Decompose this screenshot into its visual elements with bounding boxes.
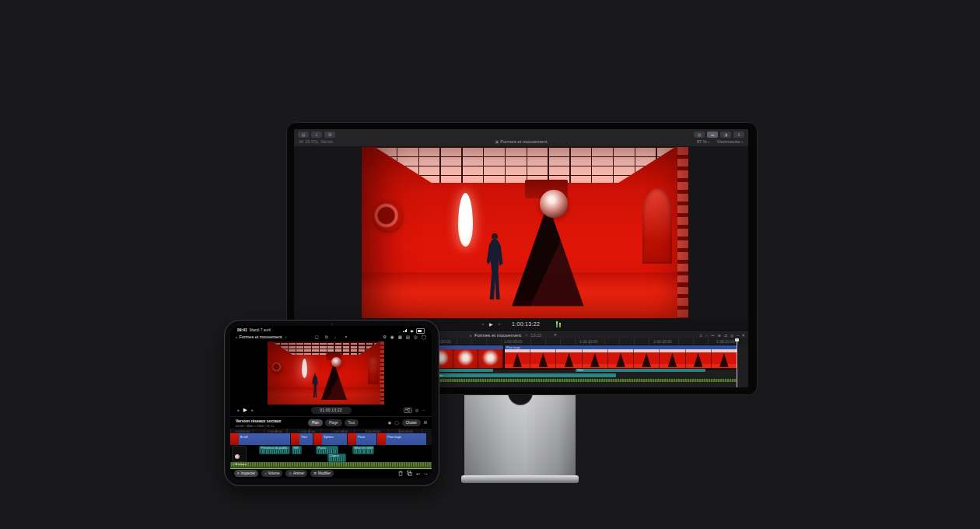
undo-icon[interactable]: ↩ (416, 471, 420, 476)
ipad-bottom-toolbar: ≡ Inspecter ♪ Volume ◇ Animer ⊞ Modifier (230, 470, 432, 478)
ruler-tick: 1:00:20:00 (366, 429, 380, 433)
inspect-button[interactable]: ≡ Inspecter (234, 470, 258, 477)
viewer-dropdown[interactable]: Visionneuse∨ (717, 139, 744, 144)
skip-forward-icon[interactable]: » (499, 322, 501, 326)
viewer-toolbar-right: ▥ ▭ ◨ ↥ (694, 131, 744, 138)
skip-forward-icon[interactable]: » (251, 408, 254, 412)
animate-button[interactable]: ◇ Animer (285, 470, 307, 477)
redo-icon[interactable]: ↪ (424, 471, 428, 476)
video-clip[interactable]: Pivot (348, 433, 377, 445)
back-icon[interactable]: ‹ (236, 335, 237, 339)
project-nav[interactable]: ‹ Formes et mouvement ∨ (236, 333, 287, 341)
close-project-icon[interactable]: × (345, 335, 347, 339)
clip-filmstrip (505, 349, 737, 368)
zoom-icon[interactable]: ◎ (414, 335, 418, 339)
browser-panel-icon[interactable]: ▥ (694, 131, 705, 138)
clip-name: Sphère (324, 435, 334, 439)
zoom-level-dropdown[interactable]: 87 %∨ (697, 139, 710, 144)
timecode-display[interactable]: 01:00:13:22 (311, 407, 352, 414)
ipad-transport: « ▶ » 01:00:13:22 HD ◎ ⋯ (230, 405, 432, 415)
loop-icon[interactable]: ◯ (394, 420, 399, 425)
connected-title-clip[interactable]: Titre (576, 369, 705, 372)
import-icon[interactable]: ⇓ (311, 131, 322, 138)
connected-clip-thumbnail[interactable] (232, 446, 247, 462)
skip-back-icon[interactable]: « (237, 408, 240, 412)
viewer-area (294, 146, 748, 319)
voiceover-mic-icon[interactable]: ♩ (334, 335, 339, 339)
display-options-icon[interactable]: ▤ (406, 335, 410, 339)
wifi-icon (409, 329, 415, 333)
append-clip-icon[interactable]: ⊕ (718, 333, 721, 338)
delete-icon[interactable] (398, 471, 403, 476)
volume-icon: ♪ (264, 471, 266, 475)
jog-wheel-icon[interactable]: ◉ (390, 335, 394, 339)
clip-thumbnail (712, 349, 737, 368)
clip-thumbnail (453, 349, 478, 368)
share-icon[interactable]: ↥ (733, 131, 744, 138)
index-icon[interactable]: ≡ (700, 333, 702, 338)
segment-tout[interactable]: Tout (345, 419, 359, 426)
insert-clip-icon[interactable]: ↦ (711, 333, 714, 338)
more-icon[interactable]: ◯ (422, 335, 426, 339)
tools-icon[interactable]: ◎ (730, 333, 733, 338)
play-icon[interactable]: ▶ (243, 407, 247, 413)
volume-button[interactable]: ♪ Volume (261, 470, 282, 477)
timeline-clip-wide[interactable]: Plan large (504, 345, 738, 370)
choose-button[interactable]: Choisir (402, 419, 421, 426)
ipad-screen: 09:41 Mardi 7 avril ‹ Formes et mouvemen… (230, 326, 432, 478)
vignette-art (362, 147, 688, 318)
modify-button[interactable]: ⊞ Modifier (310, 470, 334, 477)
status-bar: 09:41 Mardi 7 avril (230, 327, 432, 333)
timecode-display[interactable]: 1:00:13:22 (512, 321, 540, 327)
video-clip[interactable]: Titre (291, 433, 313, 445)
music-track[interactable]: ♪ Musique (230, 462, 432, 467)
segmented-control: Plan Plage Tout (308, 419, 359, 426)
media-browser-icon[interactable]: ⧉ (325, 335, 328, 340)
zoom-icon[interactable]: ◎ (415, 408, 418, 412)
thumbnails-icon[interactable]: ▦ (398, 335, 402, 339)
timeline-project-title[interactable]: Formes et mouvement (474, 333, 521, 338)
back-icon[interactable]: ‹ (470, 333, 471, 338)
ruler-tick: 1:00:24:00 (398, 429, 413, 433)
modify-icon: ⊞ (313, 471, 317, 475)
skimming-icon[interactable]: ~ (737, 333, 739, 338)
audio-clip[interactable]: Mise en relief (352, 446, 374, 454)
quality-badge[interactable]: HD (404, 408, 412, 413)
video-clip[interactable]: B-roll (230, 433, 291, 445)
segment-plage[interactable]: Plage (325, 419, 342, 426)
video-clip[interactable]: Plan large (377, 433, 427, 445)
viewer-toolbar-left: ▤ ⇓ ⊞ (298, 131, 335, 138)
eye-icon[interactable]: ◉ (388, 420, 391, 425)
overflow-icon[interactable]: ⊞ (424, 420, 427, 425)
overwrite-clip-icon[interactable]: ⇉ (724, 333, 727, 338)
audio-clip[interactable]: Riff (292, 446, 302, 454)
audio-meters[interactable] (556, 321, 561, 328)
playhead[interactable] (737, 338, 737, 387)
ipad-video-track: B-roll Titre Sphère Pivot Plan large (230, 433, 432, 445)
settings-icon[interactable]: ⚙ (383, 335, 387, 339)
front-camera (331, 323, 333, 325)
connect-clip-icon[interactable]: ∩ (705, 333, 709, 338)
nav-center-icons: ▢ ⧉ ♩ × (315, 333, 348, 341)
duplicate-icon[interactable] (407, 471, 412, 476)
snapping-icon[interactable]: # (742, 333, 744, 338)
segment-plan[interactable]: Plan (308, 419, 323, 426)
inspector-panel-icon[interactable]: ◨ (720, 131, 731, 138)
skip-back-icon[interactable]: « (481, 322, 484, 326)
audio-clip[interactable]: Présence du public (259, 446, 290, 454)
sidebar-icon[interactable]: ▤ (298, 131, 309, 138)
ruler-tick: 1:00:16:00 (333, 429, 348, 433)
more-icon[interactable]: ⋯ (422, 408, 425, 412)
effects-browser-icon[interactable]: ⊞ (324, 131, 335, 138)
timeline-panel-icon[interactable]: ▭ (707, 131, 718, 138)
audio-clip[interactable]: Chœur (327, 454, 346, 462)
video-frame (268, 342, 384, 405)
add-project-icon[interactable]: + (554, 332, 557, 338)
clip-thumbnail (291, 433, 299, 445)
play-icon[interactable]: ▶ (489, 321, 493, 327)
audio-waveform (328, 457, 345, 461)
clip-name: Plan large (387, 435, 401, 439)
status-time-date: 09:41 Mardi 7 avril (237, 328, 271, 332)
video-clip[interactable]: Sphère (313, 433, 348, 445)
versions-icon[interactable]: ▢ (315, 335, 319, 339)
